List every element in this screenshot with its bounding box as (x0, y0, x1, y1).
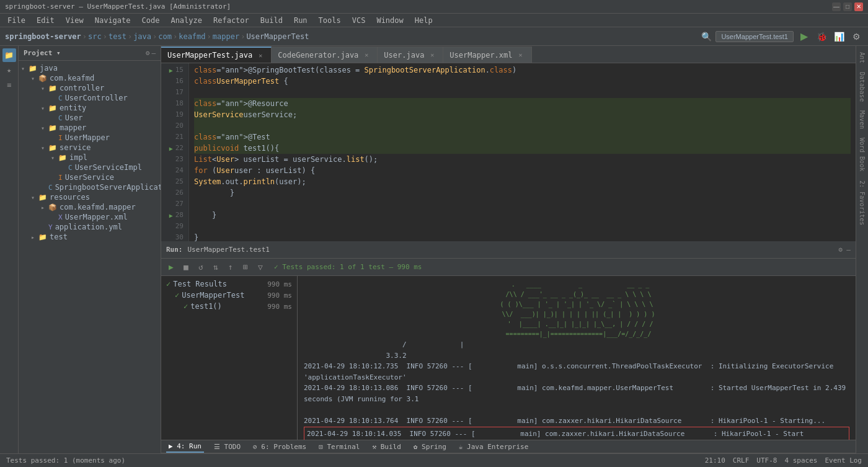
menu-item-vcs[interactable]: VCS (347, 15, 371, 26)
tab-UserMapperTest-java[interactable]: UserMapperTest.java✕ (161, 47, 272, 63)
breadcrumb-file[interactable]: UserMapperTest (246, 32, 309, 41)
run-panel-settings-icon[interactable]: ⚙ — (838, 246, 851, 254)
menu-item-edit[interactable]: Edit (32, 15, 60, 26)
tab-User-java[interactable]: User.java✕ (378, 47, 443, 63)
menu-item-window[interactable]: Window (371, 15, 408, 26)
menu-item-navigate[interactable]: Navigate (90, 15, 136, 26)
menu-item-run[interactable]: Run (289, 15, 312, 26)
tab-close-icon[interactable]: ✕ (362, 51, 371, 60)
tab-UserMapper-xml[interactable]: UserMapper.xml✕ (443, 47, 531, 63)
tree-item[interactable]: Yapplication.yml (19, 222, 161, 232)
bottom-tab---terminal[interactable]: ⊡ Terminal (316, 442, 362, 452)
panel-settings-icon[interactable]: ⚙ (146, 49, 150, 57)
minimize-button[interactable]: — (832, 2, 841, 11)
code-line[interactable]: } (194, 232, 851, 241)
breadcrumb-java[interactable]: java (133, 32, 151, 41)
menu-item-analyze[interactable]: Analyze (166, 15, 207, 26)
close-button[interactable]: ✕ (854, 2, 863, 11)
tree-item[interactable]: IUserService (19, 172, 161, 182)
tree-item[interactable]: ▾📁mapper (19, 123, 161, 133)
tree-item[interactable]: ▸📦com.keafmd.mapper (19, 202, 161, 212)
code-line[interactable]: for (User user : userList) { (194, 165, 851, 176)
code-line[interactable]: } (194, 187, 851, 198)
run-line-icon[interactable]: ▶ (169, 144, 173, 153)
more-run-button[interactable]: ⚙ (849, 30, 863, 43)
indent-setting[interactable]: 4 spaces (784, 456, 817, 465)
menu-item-tools[interactable]: Tools (314, 15, 346, 26)
rerun-failed-button[interactable]: ↺ (195, 261, 207, 274)
console-output[interactable]: . ____ _ __ _ _ /\\ / ___'_ __ _ _(_)_ _… (298, 276, 856, 440)
code-line[interactable]: class="ann">@Test (194, 131, 851, 143)
breadcrumb-src[interactable]: src (88, 32, 102, 41)
encoding[interactable]: UTF-8 (756, 456, 777, 465)
breadcrumb-project[interactable]: springboot-server (5, 32, 81, 41)
maven-panel-icon[interactable]: Maven (857, 107, 867, 133)
tree-item[interactable]: CUserController (19, 93, 161, 103)
panel-collapse-icon[interactable]: — (151, 49, 156, 57)
project-panel-toggle[interactable]: 📁 (2, 48, 16, 62)
tree-item[interactable]: CUser (19, 113, 161, 123)
bottom-tab------problems[interactable]: ⊘ 6: Problems (250, 442, 309, 452)
database-panel-icon[interactable]: Database (857, 68, 867, 105)
breadcrumb-test[interactable]: test (108, 32, 126, 41)
menu-item-help[interactable]: Help (410, 15, 438, 26)
run-button[interactable]: ▶ (797, 30, 811, 43)
run-config-selector[interactable]: UserMapperTest.test1 (715, 31, 794, 42)
menu-item-file[interactable]: File (2, 15, 30, 26)
wordbook-panel-icon[interactable]: Word Book (857, 134, 867, 175)
tab-close-icon[interactable]: ✕ (428, 51, 436, 60)
tree-item[interactable]: ▾📁service (19, 143, 161, 153)
ant-panel-icon[interactable]: Ant (857, 48, 867, 67)
structure-icon[interactable]: ≡ (2, 78, 16, 92)
tab-close-icon[interactable]: ✕ (516, 51, 525, 60)
bottom-tab------run[interactable]: ▶ 4: Run (166, 441, 204, 453)
tree-item[interactable]: IUserMapper (19, 133, 161, 143)
menu-item-view[interactable]: View (61, 15, 89, 26)
menu-item-code[interactable]: Code (137, 15, 165, 26)
code-line[interactable]: class="ann">@SpringBootTest(classes = Sp… (194, 64, 851, 76)
cursor-position[interactable]: 21:10 (705, 456, 725, 465)
breadcrumb-mapper[interactable]: mapper (213, 32, 239, 41)
menu-item-build[interactable]: Build (255, 15, 288, 26)
bottom-tab---todo[interactable]: ☰ TODO (211, 442, 243, 452)
run-line-icon[interactable]: ▶ (169, 211, 173, 220)
test-method-item[interactable]: ✓ test1() 990 ms (164, 301, 294, 312)
tree-item[interactable]: XUserMapper.xml (19, 212, 161, 222)
tab-CodeGenerator-java[interactable]: CodeGenerator.java✕ (272, 47, 378, 63)
test-results-root[interactable]: ✓ Test Results 990 ms (164, 278, 294, 290)
code-line[interactable]: System.out.println(user); (194, 176, 851, 187)
menu-item-refactor[interactable]: Refactor (208, 15, 254, 26)
tree-item[interactable]: ▾📁controller (19, 83, 161, 93)
debug-button[interactable]: 🐞 (815, 30, 828, 43)
code-line[interactable] (194, 120, 851, 131)
code-line[interactable]: class UserMapperTest { (194, 76, 851, 87)
code-line[interactable]: class="ann">@Resource (194, 98, 851, 109)
sort-button[interactable]: ⇅ (210, 261, 222, 274)
tree-item[interactable]: ▾📁entity (19, 103, 161, 113)
tree-item[interactable]: ▾📦com.keafmd (19, 73, 161, 83)
code-line[interactable] (194, 87, 851, 98)
breadcrumb-keafmd[interactable]: keafmd (179, 32, 205, 41)
run-tab-name[interactable]: UserMapperTest.test1 (188, 246, 270, 254)
test-class-item[interactable]: ✓ UserMapperTest 990 ms (164, 290, 294, 301)
tab-close-icon[interactable]: ✕ (256, 51, 265, 60)
code-line[interactable]: } (194, 210, 851, 221)
code-line[interactable] (194, 198, 851, 210)
run-line-icon[interactable]: ▶ (169, 66, 173, 75)
code-line[interactable]: List<User> userList = userService.list()… (194, 154, 851, 165)
bottom-tab---java-enterprise[interactable]: ☕ Java Enterprise (456, 442, 531, 452)
export-button[interactable]: ↑ (224, 261, 237, 274)
maximize-button[interactable]: □ (843, 2, 852, 11)
run-with-coverage-button[interactable]: 📊 (832, 30, 846, 43)
bottom-tab---build[interactable]: ⚒ Build (370, 442, 403, 452)
tree-item[interactable]: CUserServiceImpl (19, 162, 161, 172)
filter-button[interactable]: ▽ (254, 261, 267, 274)
tree-item[interactable]: ▾📁resources (19, 192, 161, 202)
tree-item[interactable]: ▸📁test (19, 232, 161, 242)
code-content[interactable]: class="ann">@SpringBootTest(classes = Sp… (189, 63, 856, 241)
stop-button[interactable]: ■ (180, 261, 192, 274)
tree-item[interactable]: ▾📁java (19, 63, 161, 73)
bottom-tab---spring[interactable]: ✿ Spring (411, 442, 449, 452)
expand-button[interactable]: ⊞ (239, 261, 252, 274)
code-line[interactable]: UserService userService; (194, 109, 851, 120)
